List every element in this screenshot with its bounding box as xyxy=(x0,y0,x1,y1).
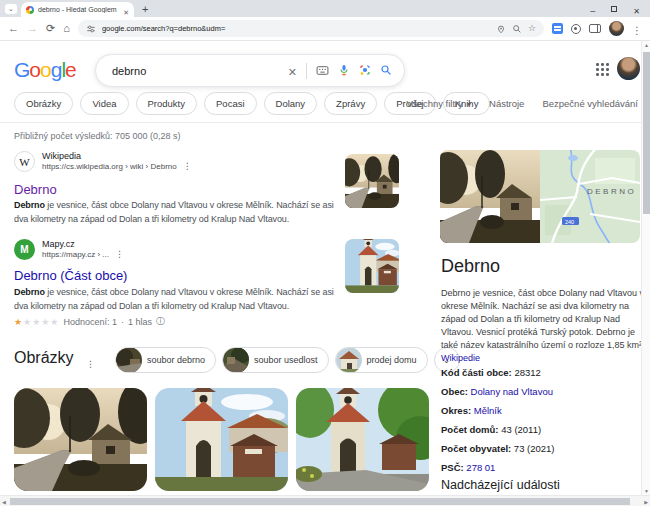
result-thumbnail-chapel[interactable] xyxy=(345,239,399,293)
result-breadcrumb[interactable]: https://mapy.cz › ... xyxy=(42,250,109,260)
search-result-wikipedia: W Wikipedia https://cs.wikipedia.org › w… xyxy=(14,151,344,172)
window-maximize-button[interactable] xyxy=(611,6,617,12)
tab-title: debrno - Hledat Googlem xyxy=(38,6,119,13)
result-site-name[interactable]: Wikipedia xyxy=(42,151,192,161)
result-site-name[interactable]: Mapy.cz xyxy=(42,239,124,249)
image-result-chapel-sky[interactable] xyxy=(155,388,288,491)
chip-thumbnail xyxy=(336,347,362,373)
scroll-left-icon[interactable]: ◀ xyxy=(2,499,6,505)
tab-list-chevron-icon[interactable]: ⌄ xyxy=(5,4,17,14)
result-stats: Přibližný počet výsledků: 705 000 (0,28 … xyxy=(14,131,181,141)
vertical-scrollbar[interactable]: ▲ ▼ xyxy=(641,41,650,495)
chip-thumbnail xyxy=(223,347,249,373)
search-results-page: Google debrno Obrázky Videa Produkty xyxy=(0,41,650,506)
scroll-down-icon[interactable]: ▼ xyxy=(643,488,650,494)
images-section-heading: Obrázky xyxy=(14,349,74,367)
tab-close-icon[interactable] xyxy=(123,1,129,19)
svg-text:DEBRNO: DEBRNO xyxy=(587,187,636,196)
keyboard-icon[interactable] xyxy=(316,62,329,80)
scroll-up-icon[interactable]: ▲ xyxy=(643,42,650,48)
filter-chip-produkty[interactable]: Produkty xyxy=(136,92,198,115)
image-result-village[interactable] xyxy=(14,388,147,491)
knowledge-panel: DEBRNO 240 Debrno Debrno je vesnice, čás… xyxy=(440,41,641,506)
fact-row: Kód části obce: 28312 xyxy=(441,363,555,382)
fact-row: Okres: Mělník xyxy=(441,401,555,420)
filter-chip-pocasi[interactable]: Pocasi xyxy=(204,92,257,115)
fact-link[interactable]: Mělník xyxy=(474,405,502,416)
kp-map[interactable]: DEBRNO 240 xyxy=(540,150,640,243)
search-submit-icon[interactable] xyxy=(380,62,392,80)
image-result-chapel-trees[interactable] xyxy=(296,388,429,491)
star-icon xyxy=(50,317,59,327)
kp-description: Debrno je vesnice, část obce Dolany nad … xyxy=(441,287,641,365)
browser-tab-strip: ⌄ debrno - Hledat Googlem + xyxy=(0,0,650,17)
tune-icon[interactable] xyxy=(86,24,96,34)
filter-chip-zpravy[interactable]: Zprávy xyxy=(324,92,377,115)
search-query-text[interactable]: debrno xyxy=(112,65,279,77)
side-panel-icon[interactable] xyxy=(589,24,601,33)
filter-chip-obrazky[interactable]: Obrázky xyxy=(14,92,73,115)
star-icon xyxy=(23,317,32,327)
rating-votes[interactable]: 1 hlas xyxy=(128,317,152,327)
bookmark-star-icon[interactable]: ☆ xyxy=(528,24,536,33)
kp-facts: Kód části obce: 28312 Obec: Dolany nad V… xyxy=(441,363,555,477)
image-chip-prodej-domu[interactable]: prodej domu xyxy=(335,347,428,373)
horizontal-scrollbar-thumb[interactable] xyxy=(10,498,630,505)
result-options-icon[interactable] xyxy=(115,249,124,260)
info-icon[interactable] xyxy=(156,315,165,328)
url-text[interactable]: google.com/search?q=debrno&udm= xyxy=(102,24,490,33)
scroll-right-icon[interactable]: ▶ xyxy=(644,499,648,505)
rating-text: Hodnocení: 1 xyxy=(63,317,117,327)
browser-toolbar: ← → ⟳ ⌂ google.com/search?q=debrno&udm= … xyxy=(0,17,650,41)
filter-chip-videa[interactable]: Videa xyxy=(80,92,128,115)
kp-events-heading: Nadcházející události xyxy=(441,478,560,492)
result-rating: Hodnocení: 1 · 1 hlas xyxy=(14,315,165,328)
horizontal-scrollbar[interactable]: ◀ ▶ xyxy=(0,495,650,506)
result-title-link[interactable]: Debrno (Část obce) xyxy=(14,268,127,283)
back-button[interactable]: ← xyxy=(8,23,19,34)
clear-search-icon[interactable] xyxy=(288,62,297,80)
filter-chip-dolany[interactable]: Dolany xyxy=(264,92,318,115)
translate-icon[interactable] xyxy=(552,23,563,34)
svg-text:240: 240 xyxy=(565,219,574,225)
microphone-icon[interactable] xyxy=(338,62,350,80)
star-icon xyxy=(32,317,41,327)
forward-button[interactable]: → xyxy=(27,23,38,34)
extension-icon[interactable] xyxy=(571,24,581,34)
window-minimize-button[interactable] xyxy=(590,0,595,18)
browser-window: ⌄ debrno - Hledat Googlem + ← → ⟳ ⌂ goog… xyxy=(0,0,650,507)
location-pin-icon[interactable] xyxy=(496,24,506,34)
fact-row: PSČ: 278 01 xyxy=(441,458,555,477)
kp-photo[interactable] xyxy=(440,150,540,243)
image-chip-soubor-usedlost[interactable]: soubor usedlost xyxy=(222,347,329,373)
zoom-icon[interactable] xyxy=(512,24,522,34)
browser-menu-icon[interactable] xyxy=(632,20,642,38)
images-section-options-icon[interactable] xyxy=(86,353,95,371)
google-logo[interactable]: Google xyxy=(14,58,76,82)
vertical-scrollbar-thumb[interactable] xyxy=(643,52,650,214)
search-divider xyxy=(306,63,307,79)
result-snippet: Debrno je vesnice, část obce Dolany nad … xyxy=(14,199,344,226)
kp-wikipedia-link[interactable]: Wikipedie xyxy=(441,353,480,363)
browser-tab[interactable]: debrno - Hledat Googlem xyxy=(21,2,134,17)
image-chip-soubor-debrno[interactable]: soubor debrno xyxy=(115,347,216,373)
reload-button[interactable]: ⟳ xyxy=(46,23,55,34)
fact-link[interactable]: Dolany nad Vltavou xyxy=(471,386,553,397)
new-tab-button[interactable]: + xyxy=(142,2,148,16)
result-thumbnail-village[interactable] xyxy=(345,154,399,208)
window-close-button[interactable] xyxy=(633,0,640,18)
star-icon xyxy=(41,317,50,327)
result-title-link[interactable]: Debrno xyxy=(14,182,57,197)
browser-profile-avatar[interactable] xyxy=(609,21,624,36)
home-button[interactable]: ⌂ xyxy=(63,23,70,34)
fact-link[interactable]: 278 01 xyxy=(466,462,495,473)
result-breadcrumb[interactable]: https://cs.wikipedia.org › wiki › Debrno xyxy=(42,162,177,172)
chip-thumbnail xyxy=(116,347,142,373)
fact-row: Obec: Dolany nad Vltavou xyxy=(441,382,555,401)
google-lens-icon[interactable] xyxy=(359,62,371,80)
search-input[interactable]: debrno xyxy=(95,54,405,87)
google-favicon-icon xyxy=(26,6,34,14)
result-options-icon[interactable] xyxy=(183,161,192,172)
address-bar[interactable]: google.com/search?q=debrno&udm= ☆ xyxy=(78,20,544,37)
wikipedia-favicon-icon: W xyxy=(14,151,35,172)
